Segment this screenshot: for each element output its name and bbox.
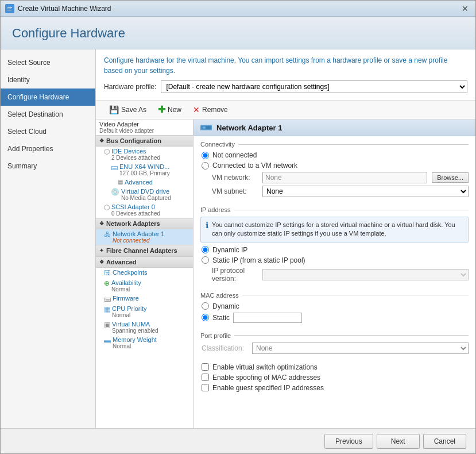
classification-select[interactable]: None	[252, 343, 469, 354]
tree-item-memory-weight[interactable]: ▬ Memory Weight Normal	[96, 335, 193, 351]
tree-section-fibre: ✦ Fibre Channel Adapters	[96, 245, 193, 256]
chevron-fibre-icon: ✦	[99, 248, 104, 253]
port-profile-label: Port profile	[200, 332, 469, 339]
ip-address-section: IP address ℹ You cannot customize IP set…	[194, 202, 475, 287]
svg-rect-1	[7, 7, 12, 8]
vm-network-input[interactable]	[262, 172, 427, 183]
description-text: Configure hardware for the virtual machi…	[104, 55, 467, 76]
connected-radio[interactable]	[202, 162, 209, 170]
cpu-icon: ▦	[104, 305, 110, 313]
hardware-profile-select[interactable]: [Default - create new hardware configura…	[161, 80, 467, 93]
not-connected-label: Not connected	[212, 151, 257, 159]
save-as-label: Save As	[121, 106, 146, 114]
dynamic-ip-label: Dynamic IP	[212, 246, 247, 254]
tree-item-scsi[interactable]: ⬡ SCSI Adapter 0 0 Devices attached	[96, 202, 193, 218]
enable-guest-ip-checkbox[interactable]	[202, 384, 209, 391]
not-connected-radio[interactable]	[202, 152, 209, 159]
browse-button[interactable]: Browse...	[432, 172, 469, 183]
chevron-advanced-icon: ❖	[99, 259, 104, 265]
enable-vswitch-checkbox[interactable]	[202, 363, 209, 371]
static-mac-input[interactable]	[233, 313, 302, 323]
tree-item-advanced-disk[interactable]: ▦ Advanced	[96, 178, 193, 187]
advanced-icon: ▦	[118, 179, 123, 185]
cancel-button[interactable]: Cancel	[423, 434, 466, 449]
chevron-network-icon: ❖	[99, 221, 104, 226]
tree-section-advanced: ❖ Advanced	[96, 256, 193, 268]
split-panel: Video Adapter Default video adapter ❖ Bu…	[96, 120, 475, 428]
dynamic-mac-label: Dynamic	[212, 302, 239, 310]
static-ip-label: Static IP (from a static IP pool)	[212, 256, 305, 264]
svg-rect-2	[7, 9, 11, 9]
tree-item-cpu-priority[interactable]: ▦ CPU Priority Normal	[96, 304, 193, 320]
title-bar: Create Virtual Machine Wizard ✕	[1, 1, 475, 17]
detail-header: Network Adapter 1	[194, 120, 475, 136]
disk-icon: 🖴	[111, 163, 118, 171]
classification-label: Classification:	[202, 344, 247, 352]
classification-row: Classification: None	[200, 343, 469, 354]
previous-button[interactable]: Previous	[324, 434, 373, 449]
network-adapter-icon: 🖧	[104, 230, 111, 238]
port-profile-section: Port profile Classification: None	[194, 328, 475, 359]
firmware-icon: 🖴	[104, 295, 111, 303]
remove-button[interactable]: ✕ Remove	[188, 103, 233, 117]
connected-label: Connected to a VM network	[212, 161, 297, 170]
scsi-icon: ⬡	[104, 203, 110, 211]
ip-protocol-select[interactable]	[262, 269, 469, 280]
content-area: Select Source Identity Configure Hardwar…	[1, 49, 475, 428]
sidebar-item-select-cloud[interactable]: Select Cloud	[1, 123, 95, 140]
tree-item-video-adapter[interactable]: Video Adapter Default video adapter	[96, 120, 193, 135]
tree-item-enu-drive[interactable]: 🖴 ENU X64 WIND... 127.00 GB, Primary	[96, 162, 193, 178]
window: Create Virtual Machine Wizard ✕ Configur…	[0, 0, 476, 454]
availability-icon: ⊕	[104, 279, 110, 287]
detail-panel: Network Adapter 1 Connectivity Not conne…	[194, 120, 475, 428]
save-as-button[interactable]: 💾 Save As	[104, 103, 152, 117]
sidebar-item-summary[interactable]: Summary	[1, 157, 95, 175]
tree-item-virtual-numa[interactable]: ▣ Virtual NUMA Spanning enabled	[96, 320, 193, 335]
tree-item-checkpoints[interactable]: 🖫 Checkpoints	[96, 268, 193, 278]
save-icon: 💾	[109, 105, 119, 114]
dynamic-mac-radio[interactable]	[202, 302, 209, 310]
sidebar-item-add-properties[interactable]: Add Properties	[1, 140, 95, 157]
main-panel: Configure hardware for the virtual machi…	[96, 49, 475, 428]
vm-subnet-select[interactable]: None	[262, 186, 469, 197]
static-ip-radio[interactable]	[202, 256, 209, 264]
svg-rect-3	[7, 10, 11, 10]
footer: Previous Next Cancel	[1, 428, 475, 453]
sidebar-item-configure-hardware[interactable]: Configure Hardware	[1, 89, 95, 106]
dynamic-ip-radio[interactable]	[202, 246, 209, 253]
mac-address-section: MAC address Dynamic Static	[194, 287, 475, 328]
sidebar-item-identity[interactable]: Identity	[1, 71, 95, 89]
hardware-profile-label: Hardware profile:	[104, 83, 156, 91]
main-top: Configure hardware for the virtual machi…	[96, 49, 475, 101]
sidebar: Select Source Identity Configure Hardwar…	[1, 49, 96, 428]
remove-icon: ✕	[193, 105, 200, 114]
enable-vswitch-row: Enable virtual switch optimizations	[200, 363, 469, 371]
new-button[interactable]: ✚ New	[153, 103, 187, 117]
chevron-bus-icon: ❖	[99, 138, 104, 144]
new-label: New	[168, 106, 181, 114]
sidebar-item-select-source[interactable]: Select Source	[1, 54, 95, 71]
window-title: Create Virtual Machine Wizard	[18, 5, 459, 13]
close-button[interactable]: ✕	[459, 3, 471, 14]
next-button[interactable]: Next	[377, 434, 420, 449]
connected-row: Connected to a VM network	[200, 161, 469, 170]
ip-protocol-label: IP protocol version:	[212, 267, 258, 283]
enable-mac-spoofing-checkbox[interactable]	[202, 374, 209, 381]
tree-item-network-adapter-1[interactable]: 🖧 Network Adapter 1 Not connected	[96, 229, 193, 245]
tree-item-firmware[interactable]: 🖴 Firmware	[96, 294, 193, 304]
connectivity-section: Connectivity Not connected Connected to …	[194, 136, 475, 202]
tree-item-availability[interactable]: ⊕ Availability Normal	[96, 278, 193, 294]
static-mac-label: Static	[212, 314, 230, 322]
svg-rect-6	[203, 126, 206, 129]
tree-item-ide-devices[interactable]: ⬡ IDE Devices 2 Devices attached	[96, 147, 193, 162]
tree-scroll[interactable]: Video Adapter Default video adapter ❖ Bu…	[96, 120, 193, 428]
tree-section-network: ❖ Network Adapters	[96, 218, 193, 229]
tree-item-dvd-drive[interactable]: 💿 Virtual DVD drive No Media Captured	[96, 187, 193, 202]
sidebar-item-select-destination[interactable]: Select Destination	[1, 106, 95, 123]
not-connected-row: Not connected	[200, 151, 469, 159]
ip-info-box: ℹ You cannot customize IP settings for a…	[200, 217, 469, 243]
enable-guest-ip-row: Enable guest specified IP addresses	[200, 384, 469, 392]
info-icon: ℹ	[206, 221, 208, 238]
page-title: Configure Hardware	[12, 26, 464, 41]
static-mac-radio[interactable]	[202, 314, 209, 321]
